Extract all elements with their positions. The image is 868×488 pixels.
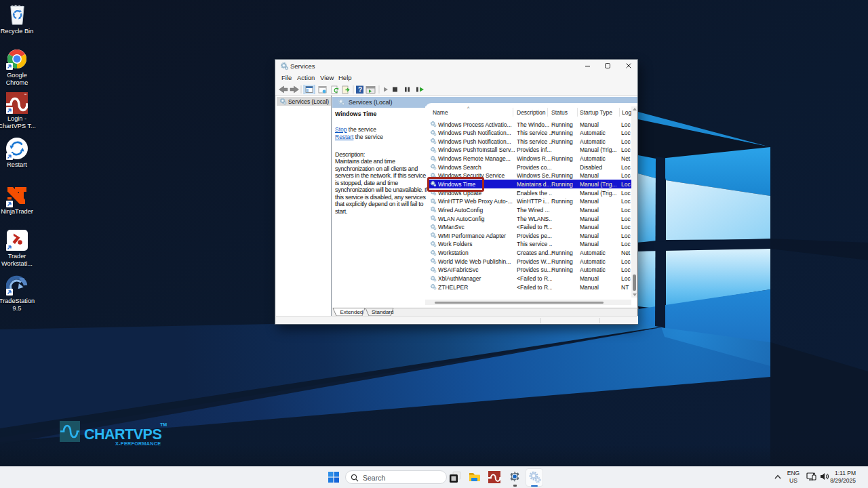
svg-text:X-PERFORMANCE: X-PERFORMANCE xyxy=(115,441,161,447)
svg-text:TM: TM xyxy=(160,422,167,427)
svg-text:Extended: Extended xyxy=(340,309,363,315)
svg-text:Standard: Standard xyxy=(372,309,393,315)
svg-text:?: ? xyxy=(358,86,362,94)
